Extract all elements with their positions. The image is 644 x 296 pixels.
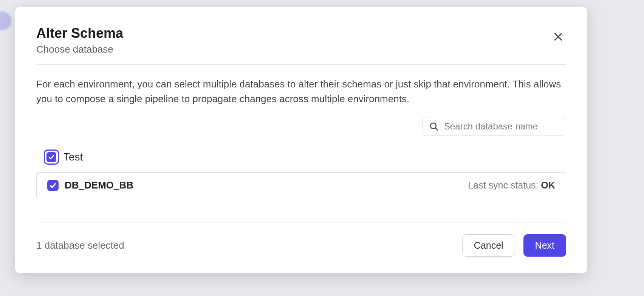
sync-status-value: OK xyxy=(541,180,556,190)
modal-titles: Alter Schema Choose database xyxy=(36,25,123,55)
checkbox-checked-icon xyxy=(46,152,56,162)
environment-checkbox[interactable] xyxy=(44,150,59,165)
close-button[interactable] xyxy=(550,29,566,46)
modal-subtitle: Choose database xyxy=(36,44,123,55)
search-input[interactable] xyxy=(444,121,560,132)
database-row[interactable]: DB_DEMO_BB Last sync status: OK xyxy=(37,173,566,198)
search-row xyxy=(36,117,566,136)
next-button[interactable]: Next xyxy=(523,234,566,257)
environment-group: Test xyxy=(44,150,566,165)
check-icon xyxy=(49,182,57,189)
close-icon xyxy=(553,31,564,42)
modal-title: Alter Schema xyxy=(36,25,123,41)
alter-schema-modal: Alter Schema Choose database For each en… xyxy=(15,7,587,273)
footer-buttons: Cancel Next xyxy=(462,234,566,257)
selected-count: 1 database selected xyxy=(36,240,124,251)
modal-footer: 1 database selected Cancel Next xyxy=(36,223,566,257)
header-divider xyxy=(36,64,566,65)
database-row-left: DB_DEMO_BB xyxy=(47,179,133,191)
environment-header: Test xyxy=(44,150,566,165)
database-name: DB_DEMO_BB xyxy=(65,179,133,191)
database-list: DB_DEMO_BB Last sync status: OK xyxy=(36,172,566,198)
modal-header: Alter Schema Choose database xyxy=(36,25,566,55)
environment-name: Test xyxy=(63,151,83,163)
svg-line-3 xyxy=(435,128,437,130)
search-icon xyxy=(429,122,439,131)
cancel-button[interactable]: Cancel xyxy=(462,234,515,257)
modal-description: For each environment, you can select mul… xyxy=(36,77,566,106)
database-sync-status: Last sync status: OK xyxy=(468,180,555,191)
sync-status-label: Last sync status: xyxy=(468,180,541,190)
database-checkbox[interactable] xyxy=(47,180,59,191)
search-field-wrap[interactable] xyxy=(423,117,566,136)
